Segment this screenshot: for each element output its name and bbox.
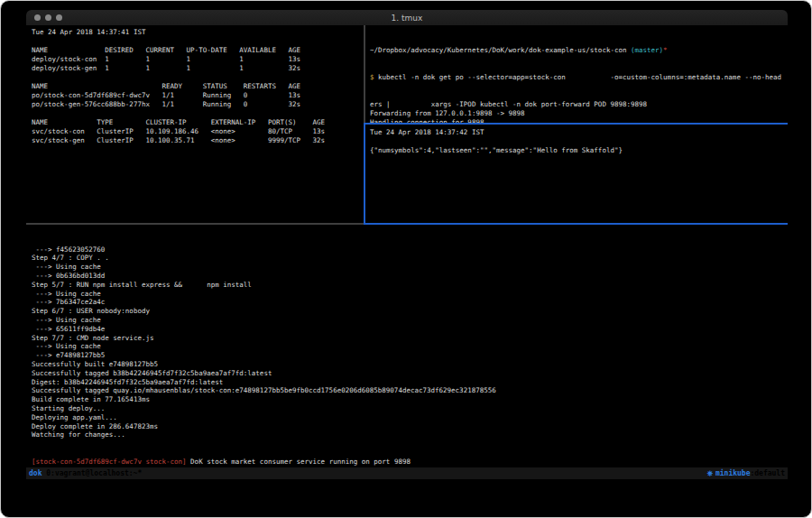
docker-build-output: ---> f45623052760Step 4/7 : COPY . . ---… (32, 245, 793, 440)
terminal-line: NAME DESIRED CURRENT UP-TO-DATE AVAILABL… (32, 46, 369, 55)
terminal-line: Successfully tagged quay.io/mhausenblas/… (32, 386, 793, 395)
pane-kubectl-watch[interactable]: Tue 24 Apr 2018 14:37:41 IST NAME DESIRE… (26, 25, 369, 226)
terminal-line (32, 37, 369, 46)
tmux-session: Tue 24 Apr 2018 14:37:41 IST NAME DESIRE… (26, 25, 788, 488)
terminal-line (370, 137, 790, 146)
pane-port-forward[interactable]: ~/Dropbox/advocacy/Kubernetes/DoK/work/d… (367, 25, 790, 125)
pane-skaffold-log[interactable]: ---> f45623052760Step 4/7 : COPY . . ---… (26, 225, 793, 469)
status-right: ⎈ minikube:default (707, 467, 788, 479)
terminal-line: svc/stock-con ClusterIP 10.109.186.46 <n… (32, 127, 369, 136)
window-item[interactable]: 0:vagrant@localhost:~* (42, 469, 142, 477)
terminal-line: NAME TYPE CLUSTER-IP EXTERNAL-IP PORT(S)… (32, 118, 369, 127)
terminal-line: po/stock-gen-576cc688bb-277hx 1/1 Runnin… (32, 100, 369, 109)
session-name: dok (29, 469, 42, 477)
shell-command-line: $ kubectl -n dok get po --selector=app=s… (370, 73, 790, 82)
terminal-line: Watching for changes... (32, 430, 793, 439)
port-forward-output: ers | xargs -IPOD kubectl -n dok port-fo… (370, 100, 790, 125)
divider-vertical-top[interactable] (364, 25, 365, 123)
window-title: 1. tmux (26, 14, 788, 23)
status-left: dok 0:vagrant@localhost:~* (26, 467, 142, 479)
terminal-line: Successfully built e74898127bb5 (32, 360, 793, 369)
terminal-line: ---> 65611ff9db4e (32, 325, 793, 334)
terminal-line: ---> e74898127bb5 (32, 351, 793, 360)
terminal-line: ---> f45623052760 (32, 245, 793, 254)
pane-curl-output[interactable]: Tue 24 Apr 2018 14:37:42 IST {"numsymbol… (367, 125, 790, 226)
terminal-line: Deploying app.yaml... (32, 413, 793, 422)
terminal-line: svc/stock-gen ClusterIP 10.100.35.71 <no… (32, 136, 369, 145)
shell-command: kubectl -n dok get po --selector=app=sto… (374, 73, 782, 81)
terminal-screen: 1. tmux Tue 24 Apr 2018 14:37:41 IST NAM… (0, 0, 812, 518)
terminal-line: Forwarding from 127.0.0.1:9898 -> 9898 (370, 109, 790, 118)
divider-horizontal-right-lower[interactable] (364, 223, 788, 225)
terminal-line: Step 7/7 : CMD node service.js (32, 334, 793, 343)
terminal-line: ---> 7b6347ce2a4c (32, 298, 793, 307)
terminal-line: ---> Using cache (32, 316, 793, 325)
git-branch: (master) (631, 46, 663, 54)
terminal-line: Step 6/7 : USER nobody:nobody (32, 307, 793, 316)
terminal-line: deploy/stock-gen 1 1 1 1 32s (32, 64, 369, 73)
kube-namespace: :default (750, 469, 785, 477)
terminal-line: po/stock-con-5d7df689cf-dwc7v 1/1 Runnin… (32, 91, 369, 100)
log-message: DoK stock market consumer service runnin… (187, 458, 411, 466)
terminal-line (32, 109, 369, 118)
window-titlebar[interactable]: 1. tmux (26, 10, 788, 25)
terminal-line: NAME READY STATUS RESTARTS AGE (32, 82, 369, 91)
terminal-line: [stock-con-5d7df689cf-dwc7v stock-con] D… (32, 458, 793, 467)
cwd-path: ~/Dropbox/advocacy/Kubernetes/DoK/work/d… (370, 46, 631, 54)
terminal-line: Starting deploy... (32, 404, 793, 413)
log-pod-prefix: [stock-con-5d7df689cf-dwc7v stock-con] (32, 458, 187, 466)
kube-context: minikube (715, 469, 751, 477)
divider-horizontal-left[interactable] (26, 223, 364, 225)
divider-vertical-bottom[interactable] (364, 123, 365, 225)
tmux-status-bar: dok 0:vagrant@localhost:~* ⎈ minikube:de… (26, 467, 788, 479)
terminal-line: Tue 24 Apr 2018 14:37:42 IST (370, 128, 790, 137)
helm-icon: ⎈ (707, 469, 715, 477)
terminal-line: ---> Using cache (32, 290, 793, 299)
terminal-line (32, 73, 369, 82)
terminal-line: Build complete in 77.165413ms (32, 395, 793, 404)
divider-horizontal-right[interactable] (364, 123, 788, 125)
terminal-line: ---> 0b636bd013dd (32, 272, 793, 281)
git-dirty-flag: * (663, 46, 668, 54)
terminal-line: Successfully tagged b38b42246945fd7f32c5… (32, 369, 793, 378)
terminal-line: Digest: b38b42246945fd7f32c5ba9aea7af7fd… (32, 378, 793, 387)
terminal-line: Step 5/7 : RUN npm install express && np… (32, 281, 793, 290)
terminal-line: ---> Using cache (32, 342, 793, 351)
terminal-line: Deploy complete in 286.647823ms (32, 422, 793, 431)
terminal-line: {"numsymbols":4,"lastseen":"","message":… (370, 146, 790, 155)
terminal-line: deploy/stock-con 1 1 1 1 13s (32, 55, 369, 64)
terminal-line: Step 4/7 : COPY . . (32, 254, 793, 263)
terminal-line: Tue 24 Apr 2018 14:37:41 IST (32, 28, 369, 37)
terminal-line: ---> Using cache (32, 263, 793, 272)
terminal-line: ers | xargs -IPOD kubectl -n dok port-fo… (370, 100, 790, 109)
shell-path-line: ~/Dropbox/advocacy/Kubernetes/DoK/work/d… (370, 46, 790, 55)
